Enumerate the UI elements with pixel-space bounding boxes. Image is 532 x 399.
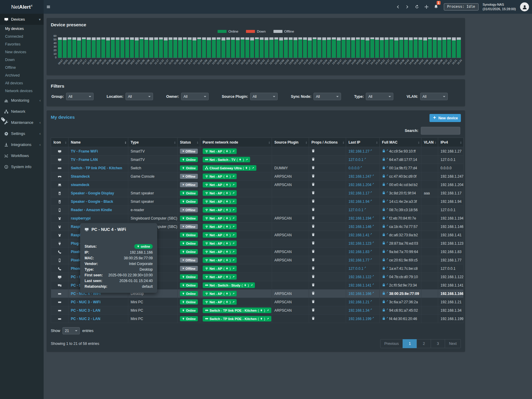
column-header-full-mac[interactable]: Full MAC <box>380 138 421 147</box>
column-header-status[interactable]: Status <box>178 138 200 147</box>
sidebar-subitem-new-devices[interactable]: New devices <box>0 48 44 56</box>
column-header-name[interactable]: Name <box>68 138 128 147</box>
sidebar-item-maintenance[interactable]: Maintenance‹ <box>0 117 44 128</box>
trash-icon[interactable] <box>311 300 315 303</box>
sidebar-item-system-info[interactable]: System info <box>0 161 44 172</box>
lock-icon[interactable] <box>382 258 386 261</box>
move-icon[interactable] <box>422 0 431 14</box>
filter-select-owner[interactable]: All <box>181 93 209 100</box>
parent-node-button[interactable]: Net - AP()↗ <box>203 215 237 221</box>
last-ip-link[interactable]: 192.168.1.41 <box>348 233 369 237</box>
nav-forward-icon[interactable] <box>403 0 412 14</box>
trash-icon[interactable] <box>311 249 315 253</box>
trash-icon[interactable] <box>311 174 315 178</box>
lock-icon[interactable] <box>382 300 386 303</box>
lock-icon[interactable] <box>382 241 386 245</box>
device-row[interactable]: SteamdeckGame Console×OfflineNet - AP()↗… <box>51 172 464 181</box>
device-row[interactable]: Speaker - Google DisplaySmart speakerOnl… <box>51 189 464 197</box>
filter-select-group[interactable]: All <box>66 93 94 100</box>
lock-icon[interactable] <box>382 216 386 220</box>
pagination-next[interactable]: Next <box>445 339 461 348</box>
trash-icon[interactable] <box>311 208 315 211</box>
pagination-page-2[interactable]: 2 <box>417 339 431 348</box>
sidebar-subitem-offline[interactable]: Offline <box>0 64 44 71</box>
last-ip-link[interactable]: 192.168.1.194 <box>348 216 372 220</box>
lock-icon[interactable] <box>382 208 386 211</box>
lock-icon[interactable] <box>382 224 386 228</box>
device-name-link[interactable]: PC - NUC 3 - LAN <box>71 308 100 313</box>
refresh-icon[interactable] <box>412 0 422 14</box>
trash-icon[interactable] <box>311 308 315 312</box>
lock-icon[interactable] <box>382 275 386 278</box>
parent-node-button[interactable]: Net - Switch - Study()↗ <box>203 282 255 288</box>
page-size-select[interactable]: 21 <box>62 327 80 334</box>
tag-icon[interactable] <box>1 117 6 123</box>
lock-icon[interactable] <box>382 182 386 186</box>
lock-icon[interactable] <box>382 149 386 153</box>
last-ip-link[interactable]: 127.0.0.1 <box>348 158 363 162</box>
column-header-vlan[interactable]: VLAN <box>421 138 438 147</box>
lock-icon[interactable] <box>382 291 386 295</box>
parent-node-button[interactable]: Net - AP()↗ <box>203 173 237 179</box>
trash-icon[interactable] <box>311 166 315 169</box>
trash-icon[interactable] <box>311 283 315 287</box>
parent-node-button[interactable]: Net - AP()↗ <box>203 190 237 196</box>
sidebar-subitem-down[interactable]: Down <box>0 56 44 64</box>
sidebar-item-workflows[interactable]: Workflows <box>0 150 44 161</box>
parent-node-button[interactable]: Net - AP()↗ <box>203 249 237 255</box>
last-ip-link[interactable]: 192.168.1.27 <box>348 149 369 153</box>
trash-icon[interactable] <box>311 182 315 186</box>
sidebar-item-settings[interactable]: Settings‹ <box>0 128 44 139</box>
last-ip-link[interactable]: 127.0.0.1 <box>348 208 363 212</box>
column-header-icon[interactable]: Icon <box>51 138 68 147</box>
trash-icon[interactable] <box>311 316 315 320</box>
parent-node-button[interactable]: Net - AP()↗ <box>203 199 237 204</box>
new-device-button[interactable]: New device <box>429 114 461 122</box>
lock-icon[interactable] <box>382 174 386 178</box>
device-name-link[interactable]: Steamdeck <box>71 174 90 179</box>
notifications-bell-icon[interactable]: 1 <box>431 0 441 14</box>
device-row[interactable]: TV - Frame WiFiSmartTV×OfflineNet - AP()… <box>51 147 464 156</box>
filter-select-vlan[interactable]: All <box>420 93 448 100</box>
sidebar-subitem-favorites[interactable]: Favorites <box>0 40 44 48</box>
last-ip-link[interactable]: 192.168.1.204 <box>348 183 372 187</box>
column-header-ipv4[interactable]: IPv4 <box>438 138 464 147</box>
parent-node-button[interactable]: Net - AP()↗ <box>203 240 237 246</box>
last-ip-link[interactable]: 192.168.1.83 <box>348 250 369 254</box>
trash-icon[interactable] <box>311 149 315 153</box>
device-row[interactable]: Reader - Amazon Kindlee-reader×OfflineNe… <box>51 206 464 214</box>
device-row[interactable]: raspberrypiSingleboard Computer (SBC)Onl… <box>51 214 464 223</box>
parent-node-button[interactable]: Net - AP()↗ <box>203 224 237 229</box>
trash-icon[interactable] <box>311 216 315 220</box>
trash-icon[interactable] <box>311 266 315 270</box>
column-header-last-ip[interactable]: Last IP <box>346 138 380 147</box>
trash-icon[interactable] <box>311 157 315 161</box>
column-header-props-actions[interactable]: Props / Actions <box>309 138 346 147</box>
lock-icon[interactable] <box>382 266 386 270</box>
device-name-link[interactable]: steamdeck <box>71 183 89 187</box>
device-name-link[interactable]: Switch - TP link POE - Kitchen <box>71 166 122 170</box>
filter-select-source-plugin[interactable]: All <box>250 93 278 100</box>
device-name-link[interactable]: raspberrypi <box>71 216 91 220</box>
device-row[interactable]: Speaker - Google - BlackSmart speakerOnl… <box>51 197 464 206</box>
trash-icon[interactable] <box>311 291 315 295</box>
pagination-page-1[interactable]: 1 <box>403 339 417 348</box>
column-header-parent-network-node[interactable]: Parent network node <box>200 138 272 147</box>
lock-icon[interactable] <box>382 283 386 287</box>
device-name-link[interactable]: PC - NUC 2 - LAN <box>71 317 100 321</box>
column-header-type[interactable]: Type <box>128 138 178 147</box>
lock-icon[interactable] <box>382 316 386 320</box>
device-row[interactable]: PC - NUC 3 - LANMini PCOnlineSwitch - TP… <box>51 306 464 315</box>
filter-select-sync-node[interactable]: All <box>314 93 341 100</box>
trash-icon[interactable] <box>311 224 315 228</box>
sidebar-item-monitoring[interactable]: Monitoring‹ <box>0 95 44 106</box>
sidebar-subitem-archived[interactable]: Archived <box>0 71 44 79</box>
device-row[interactable]: PC - NUC 3 - WiFiMini PCOnlineNet - AP()… <box>51 298 464 306</box>
trash-icon[interactable] <box>311 258 315 261</box>
lock-icon[interactable] <box>382 199 386 203</box>
sidebar-subitem-network-devices[interactable]: Network devices <box>0 87 44 95</box>
parent-node-button[interactable]: Switch - TP link POE - Kitchen()↗ <box>203 316 271 322</box>
sidebar-subitem-my-devices[interactable]: My devices <box>0 25 44 33</box>
parent-node-button[interactable]: Net - AP()↗ <box>203 274 237 280</box>
last-ip-link[interactable]: 192.168.1.77 <box>348 258 369 262</box>
